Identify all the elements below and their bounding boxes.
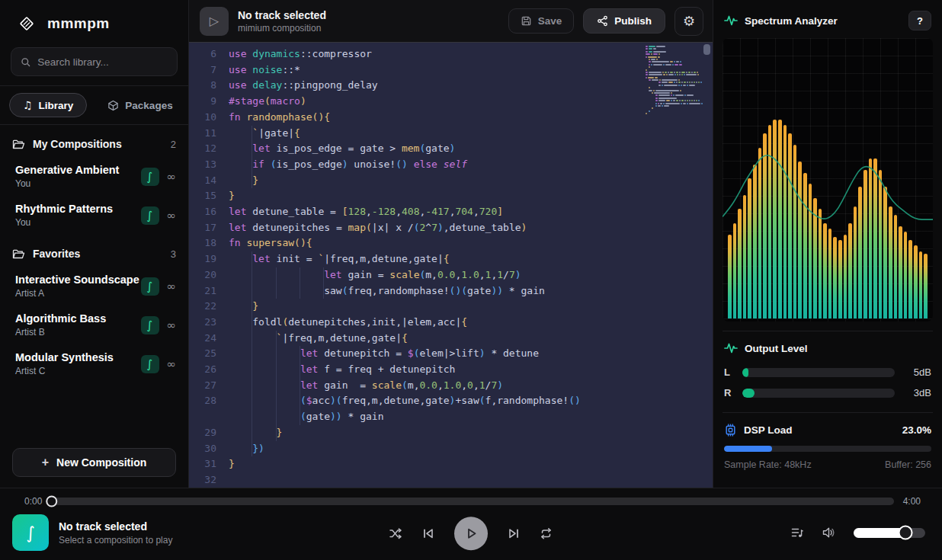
indent-guide	[252, 346, 252, 362]
package-icon	[107, 100, 119, 111]
search-input[interactable]	[37, 56, 168, 68]
indent-guide	[276, 331, 277, 347]
new-composition-button[interactable]: + New Composition	[12, 448, 176, 477]
sidebar-tabs: ♫ Library Packages	[0, 85, 188, 125]
shuffle-button[interactable]	[389, 527, 402, 539]
section-title: My Compositions	[33, 138, 163, 150]
new-composition-label: New Composition	[56, 456, 146, 469]
indent-guide	[252, 393, 252, 409]
indent-guide	[252, 441, 252, 457]
list-item[interactable]: Modular SynthesisArtist C∫∞	[0, 344, 188, 383]
indent-guide	[276, 378, 277, 394]
repeat-button[interactable]	[540, 527, 553, 539]
level-value-left: 5dB	[904, 366, 931, 378]
mimium-badge-icon: ∫	[141, 355, 159, 373]
play-icon	[464, 526, 478, 540]
next-button[interactable]	[508, 527, 520, 539]
line-number: 9	[189, 94, 229, 110]
code-line: 14}	[189, 173, 713, 189]
infinity-icon: ∞	[167, 280, 177, 293]
editor-scrollbar[interactable]	[703, 44, 710, 486]
infinity-icon: ∞	[167, 209, 177, 222]
spectrum-curve	[723, 38, 933, 322]
volume-button[interactable]	[822, 526, 835, 539]
list-item[interactable]: Interactive SoundscapeArtist A∫∞	[0, 267, 188, 306]
code-line: 8use delay::pingpong_delay	[189, 78, 713, 94]
volume-slider[interactable]	[854, 528, 925, 538]
indent-guide	[252, 283, 252, 299]
app-name: mmmpm	[47, 15, 110, 32]
line-number: 11	[189, 126, 229, 142]
sample-rate-label: Sample Rate: 48kHz	[724, 459, 812, 470]
line-number: 18	[189, 235, 229, 251]
composition-artist: You	[15, 178, 141, 189]
level-fill-left	[742, 368, 748, 377]
plus-icon: +	[42, 456, 49, 469]
previous-icon	[422, 527, 434, 539]
level-fill-right	[742, 389, 755, 398]
album-art: ∫	[12, 514, 49, 551]
sidebar: mmmpm ♫ Library Packages My Compositions…	[0, 0, 189, 488]
play-button[interactable]	[454, 517, 488, 550]
level-meter-left	[742, 368, 895, 377]
code-line: 15}	[189, 188, 713, 204]
search-box[interactable]	[11, 47, 178, 76]
indent-guide	[300, 378, 300, 394]
topbar-play-button[interactable]: ▷	[200, 7, 229, 36]
composition-artist: You	[15, 217, 141, 228]
shuffle-icon	[389, 527, 402, 539]
line-number: 15	[189, 188, 229, 204]
buffer-label: Buffer: 256	[885, 459, 931, 470]
volume-knob[interactable]	[898, 526, 912, 540]
composition-artist: Artist A	[15, 288, 141, 299]
line-number: 26	[189, 362, 229, 378]
scrollbar-thumb[interactable]	[703, 44, 710, 55]
code-line: 31}	[189, 456, 713, 472]
section-count: 3	[171, 248, 176, 260]
dsp-load-fill	[724, 446, 772, 452]
playback-extras	[791, 526, 925, 539]
tab-packages-label: Packages	[125, 100, 172, 111]
timeline: 0:00 4:00	[0, 488, 942, 510]
now-playing-subtitle: Select a composition to play	[59, 535, 172, 546]
indent-guide	[252, 315, 252, 331]
indent-guide	[300, 267, 300, 283]
list-item[interactable]: Rhythmic PatternsYou∫∞	[0, 196, 188, 235]
settings-button[interactable]: ⚙	[674, 7, 703, 36]
code-line: 25let detunepitch = $(elem|>lift) * detu…	[189, 346, 713, 362]
code-line: 29}	[189, 425, 713, 441]
save-button[interactable]: Save	[508, 8, 575, 34]
composition-title: Algorithmic Bass	[15, 312, 141, 325]
indent-guide	[300, 362, 300, 378]
analyzer-title: Spectrum Analyzer	[745, 15, 902, 27]
tab-library-label: Library	[39, 100, 74, 111]
seek-bar[interactable]	[51, 498, 893, 505]
line-number: 6	[189, 46, 229, 62]
dsp-load-bar	[724, 446, 931, 452]
indent-guide	[276, 283, 277, 299]
help-button[interactable]: ?	[908, 11, 931, 30]
folder-icon	[12, 248, 25, 260]
publish-label: Publish	[614, 15, 652, 27]
publish-button[interactable]: Publish	[583, 8, 665, 34]
tab-packages[interactable]: Packages	[95, 94, 185, 117]
seek-handle[interactable]	[46, 496, 58, 507]
share-icon	[597, 15, 608, 27]
list-item[interactable]: Generative AmbientYou∫∞	[0, 157, 188, 196]
tab-library[interactable]: ♫ Library	[9, 93, 87, 117]
previous-button[interactable]	[422, 527, 434, 539]
indent-guide	[252, 267, 252, 283]
queue-button[interactable]	[791, 526, 804, 539]
indent-guide	[252, 378, 252, 394]
level-row-right: R 3dB	[723, 382, 933, 403]
indent-guide	[252, 251, 252, 267]
line-number: 25	[189, 346, 229, 362]
code-editor[interactable]: 6use dynamics::compressor7use noise::*8u…	[189, 43, 713, 488]
save-label: Save	[538, 15, 562, 27]
logo-diamond-icon	[15, 12, 38, 35]
right-panel: Spectrum Analyzer ? Output Level L 5dB R…	[713, 0, 942, 488]
editor-minimap[interactable]	[646, 46, 697, 118]
list-item[interactable]: Algorithmic BassArtist B∫∞	[0, 306, 188, 344]
code-line: 12let is_pos_edge = gate > mem(gate)	[189, 141, 713, 157]
mimium-badge-icon: ∫	[141, 206, 159, 225]
